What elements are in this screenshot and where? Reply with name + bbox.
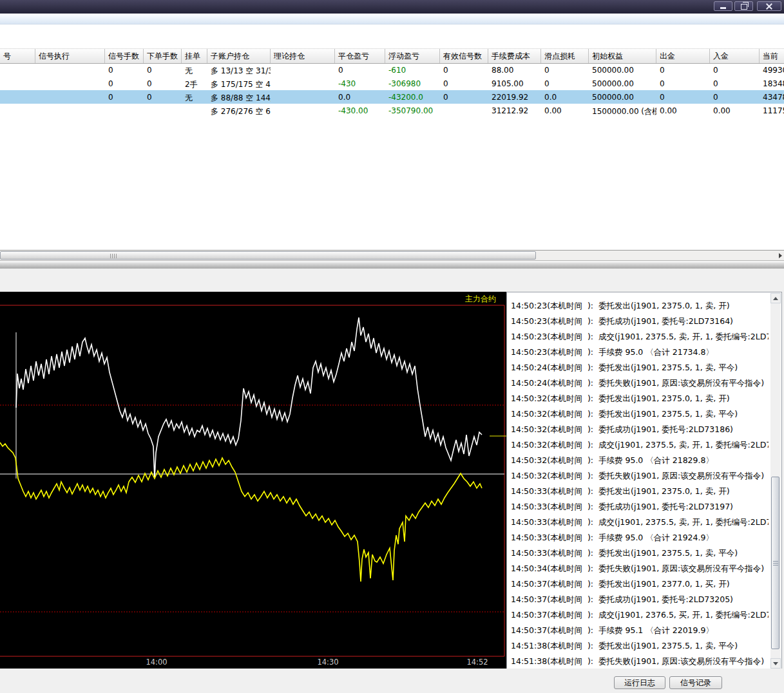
table-header: 号信号执行信号手数下单手数挂单子账户持仓理论持仓平仓盈亏浮动盈亏有效信号数手续费… (0, 48, 784, 64)
run-log-button[interactable]: 运行日志 (614, 676, 665, 689)
close-icon (766, 3, 772, 10)
h-scrollbar-thumb[interactable] (0, 251, 536, 260)
log-line: 14:50:32(本机时间 ): 委托发出(j1901, 2375.0, 1, … (511, 391, 769, 406)
table-cell: 无 (182, 63, 207, 77)
log-line: 14:50:24(本机时间 ): 委托发出(j1901, 2375.5, 1, … (511, 360, 769, 375)
restore-button[interactable] (734, 1, 753, 11)
log-line: 14:50:23(本机时间 ): 委托成功(j1901, 委托号:2LD7316… (511, 314, 769, 329)
minimize-button[interactable] (714, 1, 732, 11)
column-header[interactable]: 子账户持仓 (207, 49, 271, 63)
table-cell (271, 104, 335, 117)
table-cell: 0 (440, 90, 488, 104)
log-line: 14:50:32(本机时间 ): 委托成功(j1901, 委托号:2LD7318… (511, 422, 769, 437)
table-cell: 多 175/175 空 43 (207, 77, 271, 90)
column-header[interactable]: 下单手数 (144, 49, 182, 63)
table-cell (35, 90, 105, 104)
table-cell (271, 63, 335, 77)
v-scrollbar-thumb[interactable] (771, 477, 779, 649)
column-header[interactable]: 信号执行 (35, 49, 105, 63)
table-cell: 500000.00 (589, 63, 656, 77)
minimize-icon (720, 7, 726, 9)
up-arrow-icon (773, 297, 778, 300)
table-cell: 0 (541, 77, 589, 90)
table-cell (35, 77, 105, 90)
log-line: 14:50:32(本机时间 ): 委托发出(j1901, 2375.5, 1, … (511, 406, 769, 422)
table-cell: 11175 (760, 104, 784, 117)
table-cell: 88.00 (488, 63, 541, 77)
right-arrow-icon[interactable] (779, 253, 782, 258)
menu-strip (0, 14, 784, 24)
column-header[interactable]: 滑点损耗 (541, 49, 589, 63)
signal-record-button[interactable]: 信号记录 (669, 676, 722, 689)
indicator-yellow-line (0, 442, 482, 582)
table-cell: 0.00 (656, 104, 710, 117)
table-cell: 22019.92 (488, 90, 541, 104)
title-bar (0, 0, 784, 14)
table-cell: -430 (335, 77, 385, 90)
column-header[interactable]: 手续费成本 (488, 49, 541, 63)
log-line: 14:50:37(本机时间 ): 成交(j1901, 2376.5, 买, 开,… (511, 607, 769, 623)
scrollbar-grip-icon (110, 254, 117, 258)
table-cell: 18348 (760, 77, 784, 90)
contract-badge: 主力合约 (465, 294, 496, 305)
column-header[interactable]: 入金 (710, 49, 760, 63)
column-header[interactable]: 平仓盈亏 (335, 49, 385, 63)
table-cell: 0 (710, 90, 760, 104)
x-axis-tick: 14:30 (317, 658, 338, 667)
splitter-bar[interactable] (0, 261, 784, 269)
column-header[interactable]: 初始权益 (589, 49, 656, 63)
table-row[interactable]: 00无多 13/13 空 31/30-610088.000500000.0000… (0, 63, 784, 77)
table-cell: 0 (144, 63, 182, 77)
close-button[interactable] (757, 1, 781, 11)
column-header[interactable]: 有效信号数 (440, 49, 488, 63)
column-header[interactable]: 号 (0, 49, 35, 63)
log-line: 14:50:23(本机时间 ): 成交(j1901, 2375.5, 卖, 开,… (511, 329, 769, 345)
table-cell: -610 (385, 63, 440, 77)
chart-svg[interactable] (0, 292, 506, 669)
log-line: 14:50:33(本机时间 ): 委托成功(j1901, 委托号:2LD7319… (511, 499, 769, 515)
table-cell (0, 90, 35, 104)
chart-panel[interactable]: 主力合约 14:0014:3014:52 (0, 292, 506, 669)
table-cell: 500000.00 (589, 77, 656, 90)
table-row[interactable]: 002手多 175/175 空 43-430-30698009105.00050… (0, 77, 784, 90)
table-cell: 0 (144, 90, 182, 104)
column-header[interactable]: 浮动盈亏 (385, 49, 440, 63)
table-cell: 0 (440, 63, 488, 77)
x-axis-tick: 14:00 (146, 658, 167, 667)
log-line: 14:50:33(本机时间 ): 手续费 95.0 〈合计 21924.9〉 (511, 530, 769, 546)
vertical-scrollbar[interactable] (770, 293, 781, 669)
table-cell: 43478 (760, 90, 784, 104)
table-cell: 500000.00 (589, 90, 656, 104)
table-row[interactable]: 00无多 88/88 空 144/0.0-43200.0022019.920.0… (0, 90, 784, 104)
table-cell: 0.00 (710, 104, 760, 117)
table-cell (0, 77, 35, 90)
table-cell: 0 (710, 63, 760, 77)
table-cell: 0 (541, 63, 589, 77)
column-header[interactable]: 理论持仓 (271, 49, 335, 63)
table-cell: 31212.92 (488, 104, 541, 117)
application-window: 号信号执行信号手数下单手数挂单子账户持仓理论持仓平仓盈亏浮动盈亏有效信号数手续费… (0, 0, 784, 693)
scrollbar-grip-icon (773, 561, 778, 567)
column-header[interactable]: 信号手数 (105, 49, 144, 63)
table-row[interactable]: 多 276/276 空 60-430.00-350790.0031212.920… (0, 104, 784, 117)
table-cell: 0 (144, 77, 182, 90)
log-line: 14:50:33(本机时间 ): 委托发出(j1901, 2375.5, 1, … (511, 546, 769, 561)
table-cell: 0.00 (541, 104, 589, 117)
column-header[interactable]: 出金 (656, 49, 710, 63)
table-cell: 多 276/276 空 60 (207, 104, 271, 117)
table-cell: -306980 (385, 77, 440, 90)
table-cell: 1500000.00 (含模 (589, 104, 656, 117)
horizontal-scrollbar[interactable] (0, 250, 784, 261)
table-cell (0, 104, 35, 117)
log-line: 14:50:23(本机时间 ): 委托发出(j1901, 2375.0, 1, … (511, 298, 769, 314)
table-cell (0, 63, 35, 77)
table-cell (35, 63, 105, 77)
table-cell (271, 77, 335, 90)
log-line: 14:51:38(本机时间 ): 委托发出(j1901, 2375.5, 1, … (511, 638, 769, 654)
column-header[interactable]: 当前 (760, 49, 784, 63)
scroll-down-button[interactable] (770, 658, 781, 669)
log-line: 14:50:37(本机时间 ): 委托发出(j1901, 2377.0, 1, … (511, 576, 769, 592)
log-line: 14:50:34(本机时间 ): 委托失败(j1901, 原因:该交易所没有平今… (511, 561, 769, 576)
column-header[interactable]: 挂单 (182, 49, 207, 63)
scroll-up-button[interactable] (770, 293, 781, 303)
